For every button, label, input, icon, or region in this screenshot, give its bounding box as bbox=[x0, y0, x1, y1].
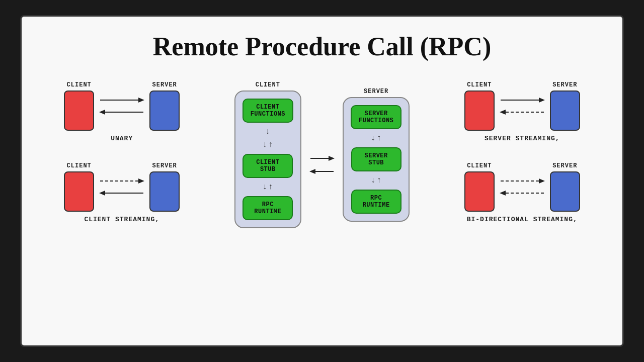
ss-caption: SERVER STREAMING, bbox=[485, 135, 560, 142]
svg-marker-7 bbox=[99, 191, 105, 196]
bidi-arrow-dashed-left bbox=[500, 189, 545, 198]
unary-server-box bbox=[149, 90, 180, 131]
unary-diagram: CLIENT SERVER bbox=[64, 81, 180, 142]
client-stub-box: CLIENTSTUB bbox=[243, 154, 293, 178]
cf-arrows-pair: ↓ ↑ bbox=[263, 141, 273, 149]
svg-marker-19 bbox=[500, 191, 506, 196]
ss-server-box bbox=[550, 90, 580, 131]
svg-marker-17 bbox=[539, 178, 545, 184]
diagram-area: CLIENT SERVER bbox=[22, 71, 622, 335]
cf-down2: ↓ bbox=[263, 141, 268, 149]
ss-arrow-solid-right bbox=[500, 96, 545, 105]
ss-arrows-pair: ↓ ↑ bbox=[371, 176, 381, 185]
unary-client-label: CLIENT bbox=[67, 81, 92, 88]
client-functions-box: CLIENTFUNCTIONS bbox=[243, 99, 293, 123]
client-panel-container: CLIENT CLIENTFUNCTIONS ↓ ↓ ↑ CLIENTSTUB … bbox=[234, 81, 301, 228]
cs-arrows bbox=[99, 176, 144, 198]
rpc-arrow-left bbox=[309, 167, 335, 176]
bidi-arrows bbox=[500, 176, 545, 198]
cs-client: CLIENT bbox=[64, 162, 94, 212]
bidi-caption: BI-DIRECTIONAL STREAMING, bbox=[467, 216, 578, 223]
cs-caption: CLIENT STREAMING, bbox=[84, 216, 159, 223]
server-panel: SERVERFUNCTIONS ↓ ↑ SERVERSTUB ↓ ↑ RPCRU… bbox=[343, 97, 410, 222]
cs-arrow-solid-left bbox=[99, 189, 144, 198]
ss-server-label: SERVER bbox=[552, 81, 577, 88]
svg-marker-3 bbox=[99, 110, 105, 115]
bidi-arrow-dashed-right bbox=[500, 176, 545, 186]
rpc-connector bbox=[309, 154, 335, 176]
slide-title: Remote Procedure Call (RPC) bbox=[22, 17, 622, 71]
cf-up: ↑ bbox=[268, 141, 273, 149]
unary-arrow-right bbox=[99, 96, 144, 105]
rpc-detail-column: CLIENT CLIENTFUNCTIONS ↓ ↓ ↑ CLIENTSTUB … bbox=[234, 76, 410, 228]
bidi-server-label: SERVER bbox=[552, 162, 577, 169]
ss-client-label: CLIENT bbox=[467, 81, 492, 88]
unary-arrow-left bbox=[99, 108, 144, 117]
unary-client: CLIENT bbox=[64, 81, 94, 131]
unary-server-label: SERVER bbox=[152, 81, 177, 88]
server-panel-container: SERVER SERVERFUNCTIONS ↓ ↑ SERVERSTUB ↓ … bbox=[343, 88, 410, 222]
svg-marker-9 bbox=[329, 156, 335, 161]
svg-marker-5 bbox=[138, 178, 144, 184]
client-streaming-diagram: CLIENT SERVER bbox=[64, 162, 180, 223]
svg-marker-1 bbox=[138, 98, 144, 103]
ss-pair-row: CLIENT SERVER bbox=[464, 81, 580, 131]
left-column: CLIENT SERVER bbox=[64, 76, 180, 223]
cf-down-arrow: ↓ bbox=[266, 128, 271, 136]
rpc-server-label: SERVER bbox=[364, 88, 388, 95]
client-runtime-box: RPCRUNTIME bbox=[243, 196, 293, 220]
client-panel: CLIENTFUNCTIONS ↓ ↓ ↑ CLIENTSTUB ↓ ↑ RPC… bbox=[234, 90, 301, 228]
cs-pair-row: CLIENT SERVER bbox=[64, 162, 180, 212]
svg-marker-13 bbox=[539, 98, 545, 103]
cs-arrows-pair: ↓ ↑ bbox=[263, 183, 273, 191]
cs-up: ↑ bbox=[268, 183, 273, 191]
ss-client: CLIENT bbox=[464, 81, 495, 131]
server-stub-box: SERVERSTUB bbox=[351, 147, 401, 171]
unary-client-box bbox=[64, 90, 94, 131]
ss-arrow-dashed-left bbox=[500, 108, 545, 117]
svg-marker-11 bbox=[309, 169, 315, 174]
svg-marker-15 bbox=[500, 110, 506, 115]
bidi-pair-row: CLIENT SERVER bbox=[464, 162, 580, 212]
server-runtime-box: RPCRUNTIME bbox=[351, 190, 401, 214]
cs-arrow-dashed-right bbox=[99, 176, 144, 186]
ss-down: ↓ bbox=[371, 176, 376, 185]
cs-server-box bbox=[149, 171, 180, 212]
sf-down: ↓ bbox=[371, 134, 376, 142]
sf-arrows-pair: ↓ ↑ bbox=[371, 134, 381, 142]
rpc-arrow-right bbox=[309, 154, 335, 163]
server-functions-box: SERVERFUNCTIONS bbox=[351, 105, 401, 129]
unary-caption: UNARY bbox=[111, 135, 133, 142]
rpc-client-label: CLIENT bbox=[256, 81, 280, 88]
ss-client-box bbox=[464, 90, 495, 131]
cs-client-box bbox=[64, 171, 94, 212]
bidi-server-box bbox=[550, 171, 580, 212]
ss-up: ↑ bbox=[377, 176, 382, 185]
ss-arrows bbox=[500, 96, 545, 117]
cs-server: SERVER bbox=[149, 162, 180, 212]
bidi-server: SERVER bbox=[550, 162, 580, 212]
ss-server: SERVER bbox=[550, 81, 580, 131]
rpc-detail: CLIENT CLIENTFUNCTIONS ↓ ↓ ↑ CLIENTSTUB … bbox=[234, 81, 410, 228]
slide: Remote Procedure Call (RPC) CLIENT bbox=[20, 15, 624, 347]
unary-pair-row: CLIENT SERVER bbox=[64, 81, 180, 131]
bidi-client-box bbox=[464, 171, 495, 212]
unary-arrows bbox=[99, 96, 144, 117]
bidi-client: CLIENT bbox=[464, 162, 495, 212]
sf-up: ↑ bbox=[377, 134, 382, 142]
server-streaming-diagram: CLIENT SERVER bbox=[464, 81, 580, 142]
cs-client-label: CLIENT bbox=[67, 162, 92, 169]
unary-server: SERVER bbox=[149, 81, 180, 131]
bidi-client-label: CLIENT bbox=[467, 162, 492, 169]
cs-down2: ↓ bbox=[263, 183, 268, 191]
cs-server-label: SERVER bbox=[152, 162, 177, 169]
bidi-diagram: CLIENT SERVER bbox=[464, 162, 580, 223]
right-column: CLIENT SERVER bbox=[464, 76, 580, 223]
